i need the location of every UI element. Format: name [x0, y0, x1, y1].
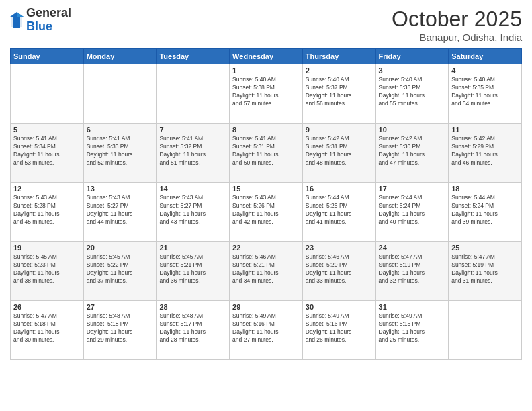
table-row: 19Sunrise: 5:45 AM Sunset: 5:23 PM Dayli… [11, 242, 84, 301]
cell-content: Sunrise: 5:43 AM Sunset: 5:26 PM Dayligh… [232, 194, 300, 226]
day-number: 4 [451, 66, 519, 75]
logo-text: General Blue [26, 7, 71, 34]
day-number: 5 [13, 126, 81, 134]
logo-blue-text: Blue [26, 19, 52, 33]
page: General Blue October 2025 Banapur, Odish… [0, 0, 532, 411]
day-number: 6 [87, 126, 154, 134]
cell-content: Sunrise: 5:44 AM Sunset: 5:24 PM Dayligh… [379, 194, 446, 226]
cell-content: Sunrise: 5:49 AM Sunset: 5:15 PM Dayligh… [379, 312, 446, 345]
table-row: 7Sunrise: 5:41 AM Sunset: 5:32 PM Daylig… [157, 124, 230, 183]
day-number: 15 [232, 185, 300, 193]
table-row [11, 64, 84, 124]
day-number: 11 [451, 126, 519, 134]
cell-content: Sunrise: 5:49 AM Sunset: 5:16 PM Dayligh… [232, 312, 300, 345]
week-row-4: 19Sunrise: 5:45 AM Sunset: 5:23 PM Dayli… [11, 242, 522, 301]
table-row: 12Sunrise: 5:43 AM Sunset: 5:28 PM Dayli… [11, 183, 84, 242]
day-number: 7 [159, 126, 226, 134]
day-number: 25 [451, 244, 519, 252]
cell-content: Sunrise: 5:45 AM Sunset: 5:22 PM Dayligh… [87, 253, 154, 285]
day-number: 28 [159, 303, 226, 311]
header-row: Sunday Monday Tuesday Wednesday Thursday… [11, 49, 522, 64]
col-sunday: Sunday [11, 49, 84, 64]
cell-content: Sunrise: 5:49 AM Sunset: 5:16 PM Dayligh… [306, 312, 373, 345]
week-row-1: 1Sunrise: 5:40 AM Sunset: 5:38 PM Daylig… [11, 64, 522, 124]
table-row: 15Sunrise: 5:43 AM Sunset: 5:26 PM Dayli… [230, 183, 303, 242]
cell-content: Sunrise: 5:45 AM Sunset: 5:23 PM Dayligh… [13, 253, 81, 285]
cell-content: Sunrise: 5:43 AM Sunset: 5:27 PM Dayligh… [87, 194, 154, 226]
calendar: Sunday Monday Tuesday Wednesday Thursday… [10, 48, 522, 360]
day-number: 23 [306, 244, 373, 252]
table-row: 28Sunrise: 5:48 AM Sunset: 5:17 PM Dayli… [157, 301, 230, 360]
table-row: 17Sunrise: 5:44 AM Sunset: 5:24 PM Dayli… [375, 183, 449, 242]
month-title: October 2025 [392, 7, 522, 32]
day-number: 30 [306, 303, 373, 311]
cell-content: Sunrise: 5:42 AM Sunset: 5:31 PM Dayligh… [306, 135, 373, 167]
col-wednesday: Wednesday [230, 49, 303, 64]
cell-content: Sunrise: 5:48 AM Sunset: 5:18 PM Dayligh… [87, 312, 154, 345]
cell-content: Sunrise: 5:40 AM Sunset: 5:38 PM Dayligh… [232, 76, 300, 108]
table-row: 6Sunrise: 5:41 AM Sunset: 5:33 PM Daylig… [83, 124, 157, 183]
week-row-5: 26Sunrise: 5:47 AM Sunset: 5:18 PM Dayli… [11, 301, 522, 360]
table-row: 24Sunrise: 5:47 AM Sunset: 5:19 PM Dayli… [375, 242, 449, 301]
table-row: 8Sunrise: 5:41 AM Sunset: 5:31 PM Daylig… [230, 124, 303, 183]
day-number: 20 [87, 244, 154, 252]
table-row: 13Sunrise: 5:43 AM Sunset: 5:27 PM Dayli… [83, 183, 157, 242]
day-number: 31 [379, 303, 446, 311]
cell-content: Sunrise: 5:41 AM Sunset: 5:34 PM Dayligh… [13, 135, 81, 167]
day-number: 18 [451, 185, 519, 193]
cell-content: Sunrise: 5:43 AM Sunset: 5:28 PM Dayligh… [13, 194, 81, 226]
cell-content: Sunrise: 5:46 AM Sunset: 5:21 PM Dayligh… [232, 253, 300, 285]
day-number: 2 [306, 66, 373, 75]
day-number: 22 [232, 244, 300, 252]
table-row: 20Sunrise: 5:45 AM Sunset: 5:22 PM Dayli… [83, 242, 157, 301]
cell-content: Sunrise: 5:40 AM Sunset: 5:37 PM Dayligh… [306, 76, 373, 108]
day-number: 10 [379, 126, 446, 134]
table-row: 5Sunrise: 5:41 AM Sunset: 5:34 PM Daylig… [11, 124, 84, 183]
col-monday: Monday [83, 49, 157, 64]
cell-content: Sunrise: 5:43 AM Sunset: 5:27 PM Dayligh… [159, 194, 226, 226]
cell-content: Sunrise: 5:42 AM Sunset: 5:29 PM Dayligh… [451, 135, 519, 167]
cell-content: Sunrise: 5:48 AM Sunset: 5:17 PM Dayligh… [159, 312, 226, 345]
week-row-3: 12Sunrise: 5:43 AM Sunset: 5:28 PM Dayli… [11, 183, 522, 242]
table-row: 16Sunrise: 5:44 AM Sunset: 5:25 PM Dayli… [302, 183, 375, 242]
table-row: 14Sunrise: 5:43 AM Sunset: 5:27 PM Dayli… [157, 183, 230, 242]
day-number: 8 [232, 126, 300, 134]
cell-content: Sunrise: 5:40 AM Sunset: 5:36 PM Dayligh… [379, 76, 446, 108]
day-number: 16 [306, 185, 373, 193]
table-row: 23Sunrise: 5:46 AM Sunset: 5:20 PM Dayli… [302, 242, 375, 301]
week-row-2: 5Sunrise: 5:41 AM Sunset: 5:34 PM Daylig… [11, 124, 522, 183]
day-number: 3 [379, 66, 446, 75]
cell-content: Sunrise: 5:46 AM Sunset: 5:20 PM Dayligh… [306, 253, 373, 285]
table-row [449, 301, 522, 360]
table-row: 1Sunrise: 5:40 AM Sunset: 5:38 PM Daylig… [230, 64, 303, 124]
table-row: 26Sunrise: 5:47 AM Sunset: 5:18 PM Dayli… [11, 301, 84, 360]
cell-content: Sunrise: 5:41 AM Sunset: 5:31 PM Dayligh… [232, 135, 300, 167]
table-row: 4Sunrise: 5:40 AM Sunset: 5:35 PM Daylig… [449, 64, 522, 124]
day-number: 27 [87, 303, 154, 311]
day-number: 13 [87, 185, 154, 193]
table-row: 22Sunrise: 5:46 AM Sunset: 5:21 PM Dayli… [230, 242, 303, 301]
table-row: 18Sunrise: 5:44 AM Sunset: 5:24 PM Dayli… [449, 183, 522, 242]
cell-content: Sunrise: 5:44 AM Sunset: 5:24 PM Dayligh… [451, 194, 519, 226]
col-friday: Friday [375, 49, 449, 64]
logo-icon [10, 12, 24, 28]
cell-content: Sunrise: 5:47 AM Sunset: 5:19 PM Dayligh… [451, 253, 519, 285]
table-row: 29Sunrise: 5:49 AM Sunset: 5:16 PM Dayli… [230, 301, 303, 360]
table-row: 11Sunrise: 5:42 AM Sunset: 5:29 PM Dayli… [449, 124, 522, 183]
table-row [83, 64, 157, 124]
logo-general-text: General [26, 6, 71, 19]
table-row: 27Sunrise: 5:48 AM Sunset: 5:18 PM Dayli… [83, 301, 157, 360]
title-block: October 2025 Banapur, Odisha, India [392, 7, 522, 43]
day-number: 21 [159, 244, 226, 252]
day-number: 19 [13, 244, 81, 252]
day-number: 14 [159, 185, 226, 193]
table-row: 2Sunrise: 5:40 AM Sunset: 5:37 PM Daylig… [302, 64, 375, 124]
col-thursday: Thursday [302, 49, 375, 64]
col-saturday: Saturday [449, 49, 522, 64]
day-number: 29 [232, 303, 300, 311]
table-row [157, 64, 230, 124]
cell-content: Sunrise: 5:41 AM Sunset: 5:33 PM Dayligh… [87, 135, 154, 167]
subtitle: Banapur, Odisha, India [392, 32, 522, 43]
cell-content: Sunrise: 5:44 AM Sunset: 5:25 PM Dayligh… [306, 194, 373, 226]
table-row: 10Sunrise: 5:42 AM Sunset: 5:30 PM Dayli… [375, 124, 449, 183]
